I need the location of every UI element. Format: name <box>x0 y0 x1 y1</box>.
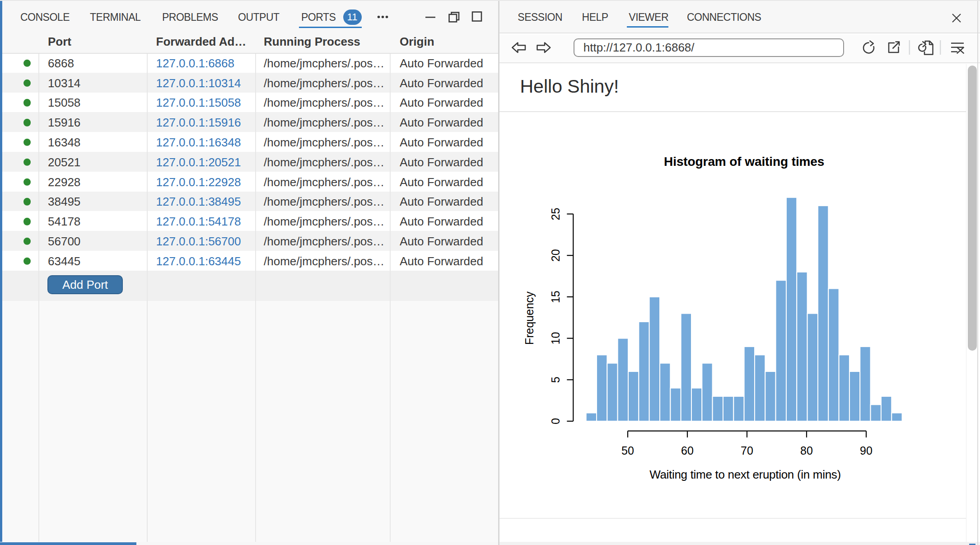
svg-text:90: 90 <box>860 444 873 457</box>
svg-text:70: 70 <box>741 444 753 457</box>
svg-text:5: 5 <box>549 376 562 383</box>
svg-text:15: 15 <box>549 291 562 303</box>
svg-text:80: 80 <box>800 444 813 457</box>
svg-text:10: 10 <box>549 332 562 345</box>
svg-text:Waiting time to next eruption: Waiting time to next eruption (in mins) <box>649 468 841 481</box>
svg-text:20: 20 <box>549 249 562 262</box>
svg-text:Histogram of waiting times: Histogram of waiting times <box>664 155 824 169</box>
svg-text:0: 0 <box>549 418 562 424</box>
svg-text:50: 50 <box>621 444 634 457</box>
svg-text:60: 60 <box>681 444 694 457</box>
svg-text:Frequency: Frequency <box>523 291 536 345</box>
svg-text:25: 25 <box>549 208 562 221</box>
